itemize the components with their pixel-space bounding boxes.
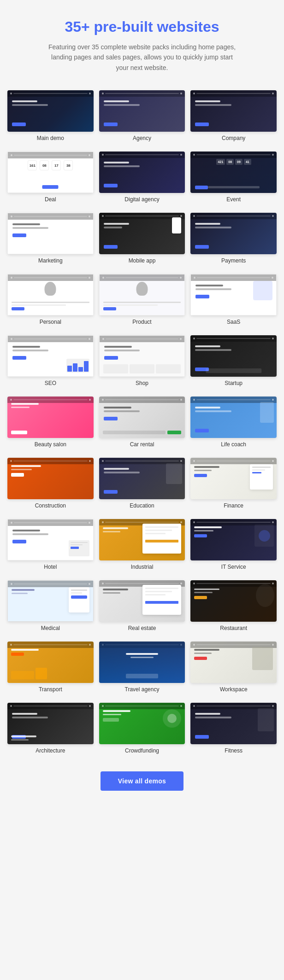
demo-item-hotel[interactable]: Hotel (7, 519, 94, 570)
cta-section: View all demos (0, 760, 284, 807)
highlight-number: 35+ (65, 18, 89, 35)
demo-thumbnail-personal[interactable] (7, 274, 94, 315)
demo-label-deal: Deal (45, 196, 56, 203)
demo-thumbnail-car-rental[interactable] (99, 397, 185, 438)
demo-label-mobile-app: Mobile app (129, 257, 156, 264)
demo-item-startup[interactable]: Startup (190, 335, 277, 386)
demo-item-beauty-salon[interactable]: Beauty salon (7, 397, 94, 448)
demo-item-company[interactable]: Company (190, 90, 277, 141)
demo-thumbnail-medical[interactable] (7, 580, 94, 622)
demo-label-crowdfunding: Crowdfunding (125, 747, 159, 754)
demo-item-event[interactable]: 421 08 09 41 Event (190, 152, 277, 203)
demo-item-payments[interactable]: Payments (190, 213, 277, 264)
demo-item-car-rental[interactable]: Car rental (99, 397, 185, 448)
demo-label-education: Education (130, 502, 154, 509)
demo-item-restaurant[interactable]: Restaurant (190, 580, 277, 631)
demos-grid: Main demo Agency Company 161 08 17 38 De… (0, 87, 284, 760)
demo-item-digital-agency[interactable]: Digital agency (99, 152, 185, 203)
demo-thumbnail-seo[interactable] (7, 335, 94, 377)
demo-item-product[interactable]: Product (99, 274, 185, 325)
demo-thumbnail-event[interactable]: 421 08 09 41 (190, 152, 277, 193)
demo-item-medical[interactable]: Medical (7, 580, 94, 631)
demo-label-hotel: Hotel (44, 564, 57, 570)
demo-label-company: Company (222, 135, 245, 141)
demo-item-shop[interactable]: Shop (99, 335, 185, 386)
demo-thumbnail-crowdfunding[interactable] (99, 703, 185, 744)
demo-thumbnail-mobile-app[interactable] (99, 213, 185, 254)
demo-thumbnail-fitness[interactable] (190, 703, 277, 744)
demo-thumbnail-agency[interactable] (99, 90, 185, 132)
demo-label-shop: Shop (136, 380, 148, 386)
demo-thumbnail-finance[interactable] (190, 458, 277, 499)
demo-label-marketing: Marketing (38, 257, 63, 264)
demo-item-transport[interactable]: Transport (7, 642, 94, 693)
demo-item-real-estate[interactable]: Real estate (99, 580, 185, 631)
demo-thumbnail-industrial[interactable] (99, 519, 185, 560)
demo-item-crowdfunding[interactable]: Crowdfunding (99, 703, 185, 754)
demo-item-fitness[interactable]: Fitness (190, 703, 277, 754)
demo-thumbnail-it-service[interactable] (190, 519, 277, 560)
demo-item-construction[interactable]: Construction (7, 458, 94, 509)
demo-label-personal: Personal (40, 319, 61, 325)
demo-item-life-coach[interactable]: Life coach (190, 397, 277, 448)
demo-item-mobile-app[interactable]: Mobile app (99, 213, 185, 264)
demo-thumbnail-payments[interactable] (190, 213, 277, 254)
demo-label-travel-agency: Travel agency (125, 686, 160, 693)
demo-thumbnail-saas[interactable] (190, 274, 277, 315)
demo-label-payments: Payments (221, 257, 246, 264)
demo-item-main-demo[interactable]: Main demo (7, 90, 94, 141)
demo-label-seo: SEO (45, 380, 56, 386)
demo-thumbnail-education[interactable] (99, 458, 185, 499)
demo-item-workspace[interactable]: Workspace (190, 642, 277, 693)
demo-thumbnail-main-demo[interactable] (7, 90, 94, 132)
demo-label-main-demo: Main demo (37, 135, 64, 141)
demo-thumbnail-life-coach[interactable] (190, 397, 277, 438)
demo-item-saas[interactable]: SaaS (190, 274, 277, 325)
demo-thumbnail-architecture[interactable] (7, 703, 94, 744)
demo-item-finance[interactable]: Finance (190, 458, 277, 509)
demo-item-deal[interactable]: 161 08 17 38 Deal (7, 152, 94, 203)
demo-item-seo[interactable]: SEO (7, 335, 94, 386)
view-all-demos-button[interactable]: View all demos (101, 771, 183, 791)
demo-thumbnail-transport[interactable] (7, 642, 94, 683)
demo-label-startup: Startup (225, 380, 243, 386)
demo-item-travel-agency[interactable]: Travel agency (99, 642, 185, 693)
demo-item-marketing[interactable]: Marketing (7, 213, 94, 264)
demo-item-agency[interactable]: Agency (99, 90, 185, 141)
demo-label-construction: Construction (35, 502, 66, 509)
demo-label-agency: Agency (133, 135, 151, 141)
demo-item-education[interactable]: Education (99, 458, 185, 509)
demo-item-industrial[interactable]: Industrial (99, 519, 185, 570)
demo-thumbnail-digital-agency[interactable] (99, 152, 185, 193)
demo-label-industrial: Industrial (131, 564, 154, 570)
demo-label-finance: Finance (224, 502, 243, 509)
demo-thumbnail-hotel[interactable] (7, 519, 94, 560)
demo-label-event: Event (226, 196, 241, 203)
demo-label-workspace: Workspace (220, 686, 248, 693)
demo-label-beauty-salon: Beauty salon (35, 441, 66, 448)
demo-thumbnail-shop[interactable] (99, 335, 185, 377)
demo-thumbnail-deal[interactable]: 161 08 17 38 (7, 152, 94, 193)
demo-thumbnail-construction[interactable] (7, 458, 94, 499)
demo-thumbnail-company[interactable] (190, 90, 277, 132)
demo-label-restaurant: Restaurant (220, 625, 247, 631)
demo-label-it-service: IT Service (221, 564, 246, 570)
demo-label-fitness: Fitness (225, 747, 243, 754)
demo-item-architecture[interactable]: Architecture (7, 703, 94, 754)
page-container: 35+ pre-built websites Featuring over 35… (0, 0, 284, 807)
demo-thumbnail-restaurant[interactable] (190, 580, 277, 622)
demo-thumbnail-marketing[interactable] (7, 213, 94, 254)
demo-thumbnail-product[interactable] (99, 274, 185, 315)
demo-thumbnail-workspace[interactable] (190, 642, 277, 683)
demo-thumbnail-beauty-salon[interactable] (7, 397, 94, 438)
demo-item-personal[interactable]: Personal (7, 274, 94, 325)
demo-thumbnail-real-estate[interactable] (99, 580, 185, 622)
demo-item-it-service[interactable]: IT Service (190, 519, 277, 570)
header-section: 35+ pre-built websites Featuring over 35… (0, 0, 284, 87)
demo-label-medical: Medical (41, 625, 60, 631)
demo-thumbnail-travel-agency[interactable] (99, 642, 185, 683)
demo-label-digital-agency: Digital agency (124, 196, 159, 203)
page-title: 35+ pre-built websites (18, 18, 266, 35)
title-rest: pre-built websites (90, 18, 219, 35)
demo-thumbnail-startup[interactable] (190, 335, 277, 377)
